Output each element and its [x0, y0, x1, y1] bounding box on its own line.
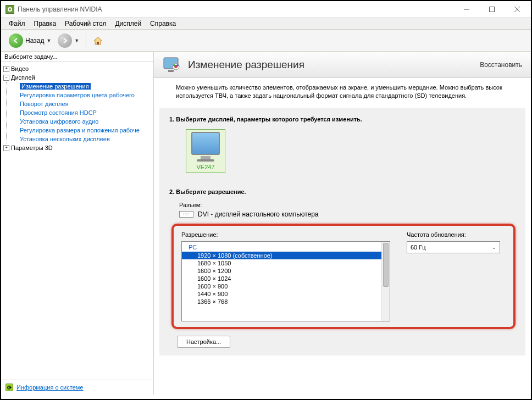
- minimize-button[interactable]: [454, 2, 479, 17]
- separator: [86, 34, 86, 47]
- back-label: Назад: [25, 37, 44, 45]
- chevron-down-icon: ⌄: [492, 245, 496, 250]
- tree-item-video[interactable]: +Видео: [2, 64, 152, 73]
- monitor-base: [197, 159, 214, 162]
- list-item[interactable]: 1920 × 1080 (собственное): [182, 252, 381, 259]
- tree-item-digital-audio[interactable]: Установка цифрового аудио: [11, 117, 152, 126]
- highlight-frame: Разрешение: PC 1920 × 1080 (собственное)…: [171, 224, 516, 329]
- svg-rect-3: [490, 7, 495, 12]
- home-button[interactable]: [91, 34, 105, 48]
- connector-value: DVI - дисплей настольного компьютера: [198, 210, 319, 218]
- expand-icon[interactable]: +: [3, 66, 9, 72]
- list-item[interactable]: 1440 × 900: [182, 290, 381, 298]
- toolbar: Назад ▼ ▼: [1, 30, 531, 52]
- task-tree: +Видео −Дисплей Изменение разрешения Рег…: [1, 62, 153, 380]
- page-title: Изменение разрешения: [188, 59, 480, 71]
- display-thumbnail[interactable]: VE247: [186, 129, 225, 173]
- main-panel: Изменение разрешения Восстановить Можно …: [154, 52, 531, 395]
- sidebar-header: Выберите задачу...: [1, 52, 153, 62]
- menubar: Файл Правка Рабочий стол Дисплей Справка: [1, 18, 531, 30]
- settings-panel: 1. Выберите дисплей, параметры которого …: [159, 108, 525, 355]
- menu-help[interactable]: Справка: [146, 19, 180, 29]
- restore-link[interactable]: Восстановить: [480, 61, 522, 69]
- maximize-button[interactable]: [479, 2, 505, 17]
- menu-desktop[interactable]: Рабочий стол: [60, 19, 110, 29]
- chevron-down-icon: ▼: [46, 38, 51, 43]
- svg-rect-8: [168, 70, 174, 72]
- forward-icon: [58, 34, 72, 48]
- tree-item-3d[interactable]: +Параметры 3D: [2, 143, 152, 152]
- menu-file[interactable]: Файл: [4, 19, 30, 29]
- tree-item-rotate[interactable]: Поворот дисплея: [11, 99, 152, 108]
- step1-title: 1. Выберите дисплей, параметры которого …: [169, 116, 516, 123]
- system-info-link[interactable]: Информация о системе: [16, 384, 83, 391]
- app-icon: [5, 5, 14, 14]
- back-button[interactable]: Назад ▼: [7, 32, 53, 49]
- list-group-pc: PC: [182, 243, 381, 252]
- refresh-label: Частота обновления:: [407, 231, 506, 238]
- list-item[interactable]: 1366 × 768: [182, 298, 381, 305]
- menu-display[interactable]: Дисплей: [110, 19, 146, 29]
- expand-icon[interactable]: +: [3, 145, 9, 151]
- svg-point-12: [176, 64, 179, 66]
- svg-rect-6: [97, 42, 99, 45]
- collapse-icon[interactable]: −: [3, 75, 9, 81]
- window-title: Панель управления NVIDIA: [18, 5, 454, 13]
- tree-item-adjust-color[interactable]: Регулировка параметров цвета рабочего: [11, 91, 152, 99]
- tree-item-hdcp[interactable]: Просмотр состояния HDCP: [11, 108, 152, 117]
- tree-item-change-resolution[interactable]: Изменение разрешения: [11, 82, 152, 91]
- monitor-icon: [163, 57, 182, 73]
- dvi-icon: ⁝⁝⁝⁝: [179, 211, 193, 218]
- refresh-combobox[interactable]: 60 Гц ⌄: [407, 241, 500, 253]
- customize-button[interactable]: Настройка...: [177, 336, 230, 348]
- tree-item-size-position[interactable]: Регулировка размера и положения рабоче: [11, 126, 152, 135]
- back-icon: [9, 34, 23, 48]
- chevron-down-icon: ▼: [74, 38, 79, 43]
- list-item[interactable]: 1680 × 1050: [182, 259, 381, 267]
- close-button[interactable]: [505, 2, 530, 17]
- resolution-listbox[interactable]: PC 1920 × 1080 (собственное) 1680 × 1050…: [181, 241, 390, 321]
- description: Можно уменьшить количество элементов, от…: [154, 78, 531, 106]
- info-icon: ⟳: [5, 384, 13, 391]
- svg-point-11: [173, 64, 175, 66]
- tree-item-display[interactable]: −Дисплей: [2, 73, 152, 82]
- list-item[interactable]: 1600 × 1200: [182, 267, 381, 275]
- monitor-label: VE247: [196, 164, 214, 170]
- resolution-label: Разрешение:: [181, 231, 390, 238]
- titlebar: Панель управления NVIDIA: [1, 1, 531, 18]
- monitor-stand: [201, 156, 210, 159]
- scrollbar[interactable]: [381, 242, 390, 321]
- refresh-value: 60 Гц: [411, 244, 426, 251]
- menu-edit[interactable]: Правка: [30, 19, 61, 29]
- tree-item-multi-display[interactable]: Установка нескольких дисплеев: [11, 135, 152, 143]
- list-item[interactable]: 1600 × 900: [182, 282, 381, 290]
- svg-point-1: [9, 8, 11, 10]
- scroll-thumb[interactable]: [383, 243, 389, 287]
- connector-label: Разъем:: [179, 202, 516, 208]
- step2-title: 2. Выберите разрешение.: [169, 188, 516, 195]
- main-header: Изменение разрешения Восстановить: [154, 52, 531, 78]
- sidebar-footer: ⟳ Информация о системе: [1, 380, 153, 395]
- forward-button[interactable]: ▼: [56, 32, 81, 49]
- monitor-icon: [191, 132, 220, 155]
- sidebar: Выберите задачу... +Видео −Дисплей Измен…: [1, 52, 154, 395]
- list-item[interactable]: 1600 × 1024: [182, 275, 381, 282]
